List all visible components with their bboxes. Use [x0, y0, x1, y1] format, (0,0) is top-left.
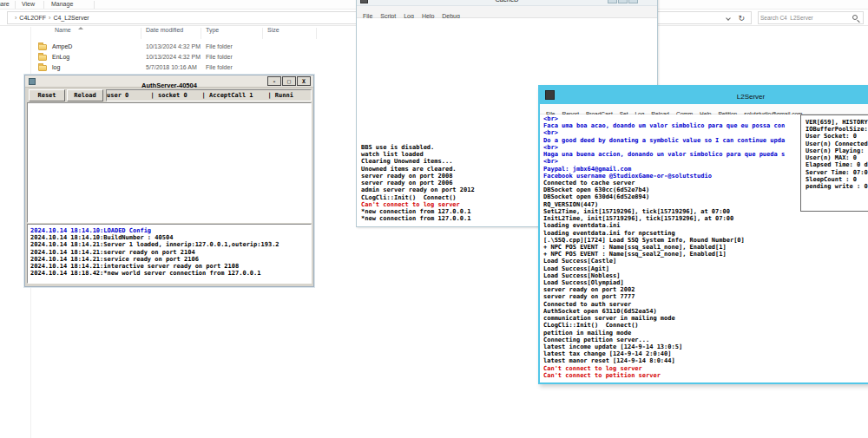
- window-control-button[interactable]: -: [267, 76, 281, 86]
- column-header[interactable]: Date modified: [146, 27, 183, 33]
- window-control-button[interactable]: □: [282, 76, 296, 86]
- log-line: watch list loaded: [361, 151, 475, 158]
- log-line: SetL2Time, init[15719296], tick[15719296…: [543, 208, 785, 215]
- search-box[interactable]: [758, 11, 864, 24]
- reload-button[interactable]: Reload: [67, 89, 103, 101]
- log-line: BBS use is disabled.: [361, 144, 475, 151]
- file-date-modified: 10/13/2024 4:32 PM: [146, 52, 201, 62]
- column-header[interactable]: Name: [55, 27, 71, 33]
- breadcrumb-item-current[interactable]: C4_L2Server: [53, 15, 89, 21]
- status-line: User Socket: 0: [806, 133, 868, 140]
- log-line: Can't connect to log server: [361, 201, 475, 208]
- authserver-app-icon: [29, 78, 36, 85]
- log-line: *new connection from 127.0.0.1: [361, 215, 475, 222]
- status-counters: user 0 | socket 0 | AcceptCall 1 | Runni: [106, 89, 312, 101]
- log-line: 2024.10.14 18:14.10:LOADED Config: [30, 227, 311, 234]
- file-type: File folder: [206, 42, 233, 52]
- ribbon-separator: [94, 1, 95, 9]
- authserver-log-pane[interactable]: 2024.10.14 18:14.10:LOADED Config2024.10…: [27, 224, 312, 284]
- log-line: Load Success[Olympiad]: [543, 279, 785, 286]
- folder-icon: [38, 65, 47, 71]
- log-line: Can't connect to log server: [543, 365, 785, 372]
- file-row[interactable]: AmpeD 10/13/2024 4:32 PM File folder: [0, 42, 365, 52]
- log-line: <br>: [543, 158, 785, 165]
- log-line: DBSocket open 630d4(6d52e894): [543, 193, 785, 200]
- folder-icon: [38, 55, 47, 61]
- status-line: IOBufferPoolSize:: [806, 126, 868, 133]
- log-line: Faca uma boa acao, doando um valor simbo…: [543, 122, 785, 129]
- log-line: Paypal: jmbx64@gmail.com: [543, 166, 785, 173]
- connection-list-pane[interactable]: [27, 102, 312, 223]
- log-line: DBSocket open 630cc(6d52e7b4): [543, 186, 785, 193]
- status-line: Elapsed Time: 0 d: [806, 161, 868, 168]
- l2server-app-icon: [545, 90, 555, 100]
- log-line: CLogCli::Init() Connect(): [543, 322, 785, 329]
- search-input[interactable]: [760, 13, 847, 23]
- log-line: 2024.10.14 18:14.21:server ready on port…: [30, 249, 311, 256]
- log-line: 2024.10.14 18:14.21:interactive server r…: [30, 263, 311, 270]
- log-line: server ready on port 7777: [543, 293, 785, 300]
- log-line: Facebook username @StudioxGame-or-@solut…: [543, 173, 785, 180]
- column-separator: [141, 28, 141, 39]
- file-row[interactable]: EnLog 10/13/2024 4:32 PM File folder: [0, 52, 365, 62]
- log-line: <br>: [543, 115, 785, 122]
- ribbon-tab-view[interactable]: View: [22, 1, 35, 7]
- log-line: latest income update [124-9-14 13:0:5]: [543, 343, 785, 350]
- log-line: Unowned items are cleared.: [361, 166, 475, 173]
- log-line: RQ_VERSION(447): [543, 201, 785, 208]
- server-status-panel: VER[659], HISTORYIOBufferPoolSize:User S…: [800, 114, 868, 212]
- search-icon: [852, 15, 858, 20]
- log-line: server ready on port 2006: [361, 180, 475, 186]
- l2server-window: L2Server FileReportBroadCastSetLogReload…: [538, 85, 868, 384]
- log-line: CLogCli::Init() Connect(): [361, 194, 475, 201]
- cached-menubar: FileScriptLogHelpDebug: [357, 6, 657, 18]
- address-dropdown-icon[interactable]: [726, 16, 731, 21]
- window-control-button[interactable]: X: [297, 76, 311, 86]
- log-line: Load Success[Nobless]: [543, 272, 785, 279]
- close-button[interactable]: [628, 0, 638, 3]
- file-date-modified: 10/13/2024 4:32 PM: [146, 42, 201, 52]
- authserver-toolbar: Reset Reload user 0 | socket 0 | AcceptC…: [25, 88, 313, 102]
- window-controls: [608, 0, 638, 3]
- log-line: communication server in mailing mode: [543, 315, 785, 322]
- reset-button[interactable]: Reset: [29, 89, 65, 101]
- log-line: server ready on port 2002: [543, 286, 785, 293]
- authserver-titlebar[interactable]: AuthServer-40504 -□X: [25, 75, 313, 88]
- l2server-titlebar[interactable]: L2Server: [540, 87, 868, 104]
- log-line: Can't connect to petition server: [543, 372, 785, 379]
- log-line: server ready on port 2008: [361, 173, 475, 180]
- column-header[interactable]: Type: [206, 27, 219, 33]
- file-date-modified: 5/7/2018 10:16 AM: [146, 62, 197, 73]
- log-line: Connected to auth server: [543, 301, 785, 308]
- log-line: + NPC POS EVENT : Name[ssq_seal2_none], …: [543, 251, 785, 258]
- log-line: 2024.10.14 18:14.21:service ready on por…: [30, 256, 311, 263]
- ribbon-tab-share[interactable]: Share: [0, 1, 10, 7]
- l2server-menubar: FileReportBroadCastSetLogReloadCommHelpP…: [540, 104, 868, 114]
- log-line: 2024.10.14 18:18.42:*new world server co…: [30, 270, 311, 277]
- status-line: SleepCount : 0: [806, 176, 868, 183]
- maximize-button[interactable]: [618, 0, 628, 3]
- log-line: loading eventdata.ini for npcsetting: [543, 230, 785, 237]
- log-line: <br>: [543, 129, 785, 136]
- file-type: File folder: [206, 52, 233, 62]
- minimize-button[interactable]: [608, 0, 617, 3]
- log-line: Clearing Unowned items...: [361, 158, 475, 165]
- file-row[interactable]: log 5/7/2018 10:16 AM File folder: [0, 62, 365, 73]
- ribbon-tab-manage[interactable]: Manage: [51, 1, 73, 7]
- folder-icon: [38, 44, 47, 50]
- log-line: Connecting petition server...: [543, 337, 785, 343]
- refresh-icon[interactable]: ↻: [738, 13, 745, 24]
- log-line: <br>: [543, 144, 785, 151]
- log-line: 2024.10.14 18:14.10:BuildNumber : 40504: [30, 234, 311, 241]
- breadcrumb-item-root[interactable]: C4L2OFF: [19, 15, 46, 21]
- log-line: latest manor reset [124-9-14 8:0:44]: [543, 357, 785, 364]
- window-controls: -□X: [267, 76, 311, 86]
- column-separator: [262, 28, 263, 39]
- ribbon-separator: [15, 1, 16, 9]
- cached-titlebar[interactable]: CacheD: [357, 0, 657, 6]
- file-name: AmpeD: [52, 42, 72, 52]
- log-line: Connected to cache server: [543, 180, 785, 186]
- column-header[interactable]: Size: [267, 27, 279, 33]
- file-name: EnLog: [52, 52, 69, 62]
- log-line: Do a good deed by donating a symbolic va…: [543, 137, 785, 144]
